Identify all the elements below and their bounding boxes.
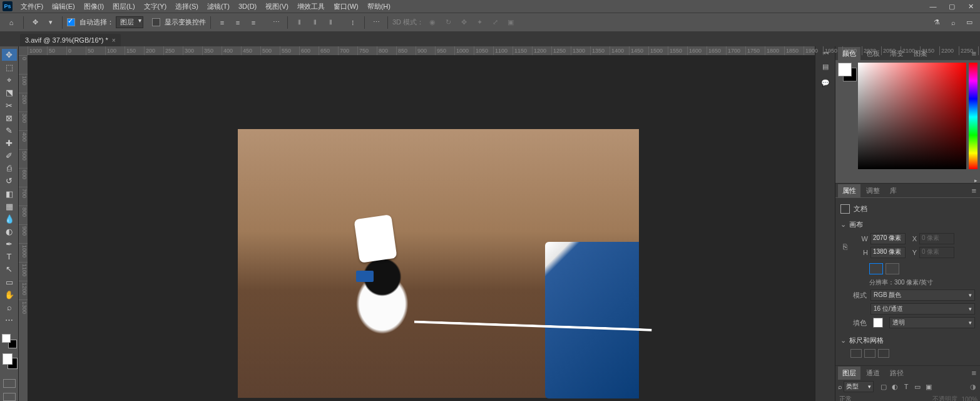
color-fg-bg-swatches[interactable] [838, 63, 855, 175]
guides-icon[interactable] [878, 349, 889, 358]
dodge-tool[interactable]: ◐ [2, 226, 17, 237]
history-panel-icon[interactable]: ▤ [819, 61, 832, 72]
heal-tool[interactable]: ✚ [2, 137, 17, 149]
path-select-tool[interactable]: ↖ [2, 263, 17, 275]
ruler-vertical[interactable]: 0100200300400500600700800900100011001200… [19, 55, 28, 401]
menu-window[interactable]: 窗口(W) [329, 0, 363, 13]
eyedropper-tool[interactable]: ✎ [2, 125, 17, 137]
fill-select[interactable]: 透明 [889, 317, 975, 328]
maximize-icon[interactable]: ▢ [942, 0, 961, 13]
ruler-horizontal[interactable]: 1000500501001502002503003504004505005506… [19, 46, 815, 55]
pen-tool[interactable]: ✒ [2, 238, 17, 250]
menu-plugins[interactable]: 增效工具 [293, 0, 329, 13]
lasso-tool[interactable]: ⌖ [2, 74, 17, 86]
link-wh-icon[interactable]: ⎘ [840, 238, 849, 256]
menu-help[interactable]: 帮助(H) [363, 0, 395, 13]
tab-adjustments[interactable]: 调整 [862, 184, 884, 197]
crop-tool[interactable]: ✂ [2, 100, 17, 112]
show-transform-checkbox[interactable] [152, 18, 160, 26]
zoom-tool[interactable]: ⌕ [2, 301, 17, 313]
edit-toolbar[interactable]: ⋯ [2, 314, 17, 326]
menu-view[interactable]: 视图(V) [261, 0, 293, 13]
orbit-3d-icon[interactable]: ◉ [426, 16, 439, 29]
bit-depth-select[interactable]: 16 位/通道 [870, 303, 975, 315]
distribute-v-icon[interactable]: ⫶ [346, 16, 360, 29]
ruler-grid-section-title[interactable]: 标尺和网格 [840, 336, 975, 345]
menu-type[interactable]: 文字(Y) [140, 0, 171, 13]
orient-portrait-icon[interactable] [869, 263, 883, 274]
color-mode-select[interactable]: RGB 颜色 [870, 289, 975, 301]
tab-layers[interactable]: 图层 [838, 367, 860, 380]
hue-slider[interactable] [969, 63, 977, 169]
shape-tool[interactable]: ▭ [2, 276, 17, 288]
width-input[interactable]: 2070 像素 [870, 233, 906, 244]
document-tab[interactable]: 3.avif @ 37.9%(RGB/16*) * × [20, 34, 121, 46]
gradient-tool[interactable]: ▦ [2, 200, 17, 212]
tab-libraries[interactable]: 库 [886, 184, 901, 197]
color-swatches[interactable] [3, 353, 16, 367]
stamp-tool[interactable]: ⎙ [2, 162, 17, 174]
menu-select[interactable]: 选择(S) [171, 0, 203, 13]
ruler-unit-icon[interactable] [850, 349, 862, 358]
menu-layer[interactable]: 图层(L) [108, 0, 139, 13]
menu-image[interactable]: 图像(I) [79, 0, 108, 13]
align-vcenter-icon[interactable]: ⫴ [308, 16, 322, 29]
grid-icon[interactable] [864, 349, 875, 358]
auto-select-target[interactable]: 图层 [116, 16, 143, 28]
slide-3d-icon[interactable]: ✦ [472, 16, 486, 29]
menu-filter[interactable]: 滤镜(T) [203, 0, 234, 13]
close-icon[interactable]: ✕ [961, 0, 980, 13]
panel-menu-icon[interactable]: ≡ [967, 186, 980, 195]
canvas[interactable] [28, 55, 815, 401]
height-input[interactable]: 1380 像素 [870, 247, 906, 258]
workspace-icon[interactable]: ▭ [962, 16, 976, 29]
align-right-icon[interactable]: ≡ [247, 16, 260, 29]
align-bottom-icon[interactable]: ⫴ [324, 16, 337, 29]
quick-mask-icon[interactable] [3, 379, 16, 387]
chevron-down-icon[interactable]: ▾ [44, 16, 58, 29]
type-tool[interactable]: T [2, 251, 17, 263]
move-tool[interactable]: ✥ [2, 49, 17, 61]
comments-panel-icon[interactable]: 💬 [819, 77, 832, 88]
panel-menu-icon[interactable]: ≡ [967, 368, 980, 378]
tab-channels[interactable]: 通道 [862, 367, 884, 380]
menu-3d[interactable]: 3D(D) [234, 1, 261, 12]
align-hcenter-icon[interactable]: ≡ [231, 16, 245, 29]
distribute-icon[interactable]: ⋯ [269, 16, 283, 29]
opacity-value[interactable]: 100% [961, 396, 977, 402]
blend-mode-display[interactable]: 正常 [839, 395, 929, 401]
filter-adjust-icon[interactable]: ◐ [890, 382, 900, 392]
color-swatches-mini[interactable] [2, 334, 17, 348]
canvas-section-title[interactable]: 画布 [840, 220, 975, 229]
fill-swatch[interactable] [873, 318, 883, 328]
tab-close-icon[interactable]: × [112, 37, 116, 44]
roll-3d-icon[interactable]: ↻ [441, 16, 455, 29]
align-top-icon[interactable]: ⫴ [292, 16, 306, 29]
align-left-icon[interactable]: ≡ [215, 16, 229, 29]
filter-toggle-icon[interactable]: ◑ [970, 383, 977, 390]
tab-paths[interactable]: 路径 [886, 367, 908, 380]
marquee-tool[interactable]: ⬚ [2, 61, 17, 73]
eraser-tool[interactable]: ◧ [2, 188, 17, 200]
filter-type-icon[interactable]: T [901, 382, 911, 392]
layer-filter[interactable]: ⌕类型 [838, 381, 874, 392]
frame-tool[interactable]: ⊠ [2, 112, 17, 124]
camera-3d-icon[interactable]: ▣ [504, 16, 518, 29]
color-picker[interactable] [858, 63, 966, 169]
share-icon[interactable]: ⚗ [930, 16, 944, 29]
quick-select-tool[interactable]: ⬔ [2, 86, 17, 98]
filter-pixel-icon[interactable]: ▢ [879, 382, 889, 392]
tab-properties[interactable]: 属性 [838, 184, 860, 197]
blur-tool[interactable]: 💧 [2, 213, 17, 225]
zoom-3d-icon[interactable]: ⤢ [488, 16, 502, 29]
minimize-icon[interactable]: — [924, 0, 942, 13]
orient-landscape-icon[interactable] [886, 263, 899, 274]
search-icon[interactable]: ⌕ [946, 16, 960, 29]
home-icon[interactable]: ⌂ [4, 16, 19, 29]
brush-tool[interactable]: ✐ [2, 150, 17, 162]
auto-select-checkbox[interactable] [67, 18, 75, 26]
history-brush-tool[interactable]: ↺ [2, 175, 17, 187]
more-icon[interactable]: ⋯ [369, 16, 383, 29]
filter-shape-icon[interactable]: ▭ [912, 382, 922, 392]
move-tool-icon[interactable]: ✥ [28, 16, 42, 29]
